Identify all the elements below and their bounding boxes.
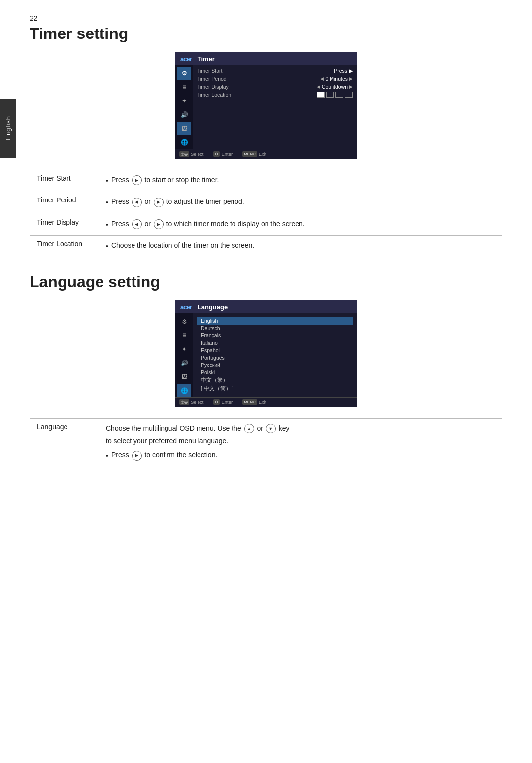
lang-osd-body: ⚙ 🖥 ✦ 🔊 🖼 🌐 English Deutsch Français Ita… <box>175 313 357 397</box>
lang-item-portugues[interactable]: Português <box>197 354 353 362</box>
osd-timer-display-row: Timer Display ◀ Countdown ▶ <box>197 83 353 91</box>
table-row: Timer Start • Press ▶ to start or stop t… <box>30 170 502 192</box>
language-line1: Choose the multilingual OSD menu. Use th… <box>106 423 495 433</box>
right-arrow-btn: ▶ <box>154 219 164 229</box>
timer-start-cell-desc: • Press ▶ to start or stop the timer. <box>99 170 502 192</box>
timer-period-cell-label: Timer Period <box>30 192 99 214</box>
lang-item-english[interactable]: English <box>197 317 353 325</box>
table-row: Timer Display • Press ◀ or ▶ to which ti… <box>30 214 502 235</box>
timer-display-text: Press ◀ or ▶ to which timer mode to disp… <box>111 218 305 229</box>
timer-display-cell-label: Timer Display <box>30 214 99 235</box>
timer-location-text: Choose the location of the timer on the … <box>111 240 254 251</box>
loc-box-4[interactable] <box>345 92 353 98</box>
timer-start-text: Press ▶ to start or stop the timer. <box>111 174 219 185</box>
osd-body: ⚙ 🖥 ✦ 🔊 🖼 🌐 Timer Start Press ▶ Timer Pe… <box>175 65 357 149</box>
osd-icon-color[interactable]: ✦ <box>177 95 191 107</box>
left-arrow-btn: ◀ <box>132 219 142 229</box>
lang-acer-logo: acer <box>180 303 192 311</box>
osd-exit-hint: MENU Exit <box>242 151 266 157</box>
osd-icon-image[interactable]: 🖼 <box>177 122 191 135</box>
osd-timer-location-row: Timer Location <box>197 91 353 99</box>
lang-item-espanol[interactable]: Español <box>197 347 353 354</box>
lang-osd-enter-hint: ⊙ Enter <box>213 399 233 405</box>
lang-osd-header: acer Language <box>175 300 357 313</box>
right-arrow-btn: ▶ <box>132 175 142 185</box>
lang-osd-menu-title: Language <box>198 303 228 311</box>
timer-display-label: Timer Display <box>197 84 229 90</box>
table-row: Timer Location • Choose the location of … <box>30 236 502 258</box>
lang-osd-content: English Deutsch Français Italiano Españo… <box>193 313 357 397</box>
timer-period-label: Timer Period <box>197 76 227 82</box>
confirm-right-arrow-btn: ▶ <box>132 451 142 461</box>
lang-osd-icon-display[interactable]: 🖥 <box>177 329 191 342</box>
left-arrow-btn: ◀ <box>132 198 142 207</box>
osd-header: acer Timer <box>175 52 357 65</box>
timer-location-cell-desc: • Choose the location of the timer on th… <box>99 236 502 258</box>
bullet-item: • Press ▶ to start or stop the timer. <box>106 174 495 186</box>
timer-section-title: Timer setting <box>30 25 502 43</box>
bullet-dot: • <box>106 175 108 186</box>
osd-icon-language[interactable]: 🌐 <box>177 136 191 149</box>
timer-period-value: ◀ 0 Minutes ▶ <box>320 76 353 82</box>
osd-icon-settings[interactable]: ⚙ <box>177 67 191 80</box>
lang-osd-icons-column: ⚙ 🖥 ✦ 🔊 🖼 🌐 <box>175 313 193 397</box>
location-boxes <box>317 92 353 98</box>
bullet-item: • Press ▶ to confirm the selection. <box>106 449 495 461</box>
bullet-dot: • <box>106 241 108 252</box>
timer-start-label: Timer Start <box>197 68 223 74</box>
language-cell-label: Language <box>30 418 99 467</box>
lang-item-chinese-simp[interactable]: [ 中文（简） ] <box>197 385 353 393</box>
bullet-dot: • <box>106 450 108 461</box>
language-osd-container: acer Language ⚙ 🖥 ✦ 🔊 🖼 🌐 English Deutsc… <box>30 300 502 407</box>
lang-item-chinese-trad[interactable]: 中文（繁） <box>197 376 353 385</box>
lang-osd-icon-color[interactable]: ✦ <box>177 343 191 356</box>
osd-icon-display[interactable]: 🖥 <box>177 81 191 94</box>
timer-location-cell-label: Timer Location <box>30 236 99 258</box>
loc-box-1[interactable] <box>317 92 325 98</box>
language-line3: Press ▶ to confirm the selection. <box>111 449 217 460</box>
lang-item-italiano[interactable]: Italiano <box>197 339 353 347</box>
sidebar-label: English <box>4 116 12 140</box>
language-section-title: Language setting <box>30 273 502 291</box>
table-row: Language Choose the multilingual OSD men… <box>30 418 502 467</box>
lang-osd-icon-language[interactable]: 🌐 <box>177 384 191 397</box>
language-cell-desc: Choose the multilingual OSD menu. Use th… <box>99 418 502 467</box>
language-osd-box: acer Language ⚙ 🖥 ✦ 🔊 🖼 🌐 English Deutsc… <box>175 300 357 407</box>
timer-start-value: Press ▶ <box>334 68 353 74</box>
osd-footer: ◎◎ Select ⊙ Enter MENU Exit <box>175 149 357 159</box>
timer-desc-table: Timer Start • Press ▶ to start or stop t… <box>30 170 502 258</box>
down-arrow-btn: ▼ <box>266 424 276 433</box>
language-sidebar: English <box>0 99 16 158</box>
lang-osd-select-hint: ◎◎ Select <box>179 399 203 405</box>
language-line2: to select your preferred menu language. <box>106 435 495 446</box>
lang-item-francais[interactable]: Français <box>197 332 353 339</box>
timer-location-value <box>317 92 353 98</box>
page-number: 22 <box>30 14 38 22</box>
timer-display-cell-desc: • Press ◀ or ▶ to which timer mode to di… <box>99 214 502 235</box>
timer-location-label: Timer Location <box>197 92 231 98</box>
bullet-item: • Press ◀ or ▶ to adjust the timer perio… <box>106 196 495 208</box>
lang-osd-exit-hint: MENU Exit <box>242 399 266 405</box>
loc-box-3[interactable] <box>335 92 343 98</box>
osd-timer-start-row: Timer Start Press ▶ <box>197 67 353 75</box>
lang-item-polski[interactable]: Polski <box>197 369 353 376</box>
lang-item-deutsch[interactable]: Deutsch <box>197 325 353 332</box>
bullet-dot: • <box>106 219 108 230</box>
osd-select-hint: ◎◎ Select <box>179 151 203 157</box>
up-arrow-btn: ▲ <box>244 424 254 433</box>
lang-osd-icon-settings[interactable]: ⚙ <box>177 315 191 328</box>
timer-osd-box: acer Timer ⚙ 🖥 ✦ 🔊 🖼 🌐 Timer Start Press… <box>175 52 357 159</box>
timer-start-cell-label: Timer Start <box>30 170 99 192</box>
timer-period-cell-desc: • Press ◀ or ▶ to adjust the timer perio… <box>99 192 502 214</box>
osd-icon-audio[interactable]: 🔊 <box>177 108 191 121</box>
timer-osd-container: acer Timer ⚙ 🖥 ✦ 🔊 🖼 🌐 Timer Start Press… <box>30 52 502 159</box>
lang-item-russian[interactable]: Русский <box>197 362 353 369</box>
osd-enter-hint: ⊙ Enter <box>213 151 233 157</box>
loc-box-2[interactable] <box>326 92 334 98</box>
lang-osd-icon-audio[interactable]: 🔊 <box>177 357 191 369</box>
osd-menu-title: Timer <box>198 55 215 63</box>
lang-osd-footer: ◎◎ Select ⊙ Enter MENU Exit <box>175 397 357 407</box>
language-desc-table: Language Choose the multilingual OSD men… <box>30 418 502 467</box>
language-list: English Deutsch Français Italiano Españo… <box>197 315 353 395</box>
lang-osd-icon-image[interactable]: 🖼 <box>177 370 191 383</box>
